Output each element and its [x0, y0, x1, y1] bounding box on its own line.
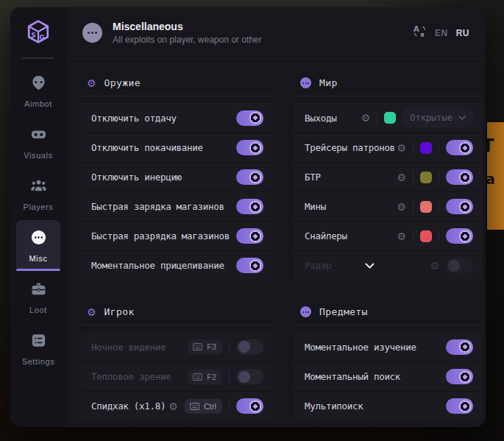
- section-header: ⚙ Игрок: [81, 300, 272, 325]
- divider: [81, 325, 272, 325]
- toggle-row: Ночное видение F3: [81, 332, 272, 361]
- divider: [413, 201, 414, 212]
- color-swatch[interactable]: [420, 201, 432, 213]
- toggle-switch[interactable]: [236, 228, 263, 244]
- toggle-switch[interactable]: [446, 169, 473, 185]
- main-panel: Miscellaneous All exploits on player, we…: [66, 7, 486, 427]
- row-label: Моментальное прицеливание: [91, 260, 236, 271]
- divider: [377, 113, 377, 124]
- color-swatch[interactable]: [420, 230, 432, 242]
- row-list: Отключить отдачу Отключить покачивание О…: [81, 103, 272, 280]
- section-title: Оружие: [104, 77, 141, 88]
- section-title: Предметы: [319, 306, 368, 317]
- gear-icon[interactable]: ⚙: [397, 231, 406, 241]
- gear-icon[interactable]: ⚙: [168, 401, 178, 412]
- row-label: Моментальное изучение: [305, 342, 446, 353]
- toggle-row: Отключить инерцию: [81, 162, 272, 191]
- sidebar-item-label: Misc: [29, 254, 47, 263]
- divider: [294, 325, 482, 325]
- ellipsis-circle-icon: [300, 306, 311, 317]
- toggle-switch[interactable]: [446, 199, 473, 214]
- toggle-knob: [459, 230, 471, 242]
- toggle-switch[interactable]: [446, 140, 473, 155]
- chevron-down-icon: [458, 116, 466, 120]
- section-title: Игрок: [104, 306, 135, 317]
- sidebar-item-settings[interactable]: Settings: [16, 323, 60, 374]
- toggle-switch[interactable]: [446, 339, 473, 355]
- toggle-switch[interactable]: [446, 228, 473, 244]
- keyboard-icon: [193, 373, 202, 381]
- keybind-badge[interactable]: F3: [188, 339, 222, 354]
- translate-icon: A я: [413, 24, 427, 41]
- toggle-switch[interactable]: [446, 398, 473, 414]
- toggle-row: Тепловое зрение F2: [81, 361, 272, 391]
- section-weapon: ⚙ Оружие Отключить отдачу Отключить пока…: [81, 71, 272, 280]
- section-header: Предметы: [294, 300, 482, 325]
- row-label: Отключить покачивание: [91, 142, 236, 153]
- row-label: Тепловое зрение: [91, 371, 188, 382]
- players-group-icon: [30, 177, 47, 197]
- gear-icon[interactable]: ⚙: [397, 172, 406, 183]
- toggle-switch[interactable]: [446, 258, 473, 273]
- ellipsis-circle-icon: [30, 229, 47, 249]
- lang-ru-button[interactable]: RU: [456, 28, 469, 38]
- briefcase-icon: [30, 281, 47, 300]
- sidebar-item-label: Aimbot: [24, 99, 52, 108]
- toggle-switch[interactable]: [236, 110, 263, 126]
- left-column: ⚙ Оружие Отключить отдачу Отключить пока…: [81, 71, 272, 420]
- toggle-row: Отключить покачивание: [81, 133, 272, 162]
- sidebar-item-players[interactable]: Players: [16, 169, 60, 219]
- keybind-label: Ctrl: [204, 402, 216, 411]
- row-label: Мины: [305, 201, 397, 212]
- toggle-switch[interactable]: [236, 199, 263, 214]
- row-label: Быстрая разрядка магазинов: [91, 230, 236, 241]
- sidebar-item-misc[interactable]: Misc: [16, 220, 60, 271]
- gear-icon[interactable]: ⚙: [430, 261, 439, 271]
- alien-icon: [30, 74, 47, 94]
- toggle-switch[interactable]: [236, 398, 263, 414]
- list-icon: [30, 332, 47, 352]
- right-column: Мир Выходы ⚙ Откр: [294, 71, 482, 420]
- toggle-knob: [249, 142, 261, 154]
- divider: [439, 172, 439, 183]
- row-label: Снайперы: [305, 230, 397, 241]
- divider: [439, 201, 439, 212]
- sidebar: S G Aimbot: [10, 7, 66, 427]
- toggle-switch[interactable]: [236, 258, 263, 273]
- color-swatch[interactable]: [420, 142, 432, 154]
- color-swatch[interactable]: [384, 112, 396, 124]
- gear-icon[interactable]: ⚙: [397, 143, 406, 153]
- toggle-row: Моментальный поиск: [294, 361, 482, 391]
- game-screen: T a S G: [0, 0, 504, 441]
- svg-text:я: я: [420, 31, 424, 38]
- gear-icon: ⚙: [87, 78, 96, 88]
- row-label: Отключить отдачу: [91, 113, 236, 124]
- gear-icon[interactable]: ⚙: [361, 113, 371, 123]
- divider: [413, 172, 414, 183]
- svg-text:S: S: [31, 32, 35, 39]
- lang-en-button[interactable]: EN: [435, 28, 448, 38]
- sidebar-item-visuals[interactable]: Visuals: [16, 117, 60, 168]
- header-titles: Miscellaneous All exploits on player, we…: [113, 21, 413, 45]
- keybind-badge[interactable]: F2: [188, 370, 222, 384]
- toggle-switch[interactable]: [236, 140, 263, 155]
- keybind-badge[interactable]: Ctrl: [185, 399, 222, 414]
- section-header: Мир: [294, 71, 482, 96]
- gear-icon: ⚙: [87, 307, 96, 317]
- color-swatch[interactable]: [420, 172, 432, 183]
- divider: [439, 142, 439, 153]
- page-subtitle: All exploits on player, weapon or other: [113, 35, 413, 45]
- toggle-switch[interactable]: [236, 339, 263, 355]
- exits-dropdown[interactable]: Открытые: [402, 108, 473, 127]
- toggle-switch[interactable]: [236, 369, 263, 384]
- row-label: Ночное видение: [91, 342, 188, 353]
- gear-icon[interactable]: ⚙: [397, 202, 406, 212]
- toggle-switch[interactable]: [236, 169, 263, 185]
- sidebar-item-aimbot[interactable]: Aimbot: [16, 66, 60, 116]
- sidebar-item-loot[interactable]: Loot: [16, 272, 60, 322]
- row-label: Мультипоиск: [305, 401, 446, 412]
- chevron-down-icon[interactable]: [365, 263, 375, 269]
- toggle-switch[interactable]: [446, 369, 473, 384]
- toggle-row: Снайперы ⚙: [294, 221, 482, 250]
- toggle-knob: [238, 371, 250, 383]
